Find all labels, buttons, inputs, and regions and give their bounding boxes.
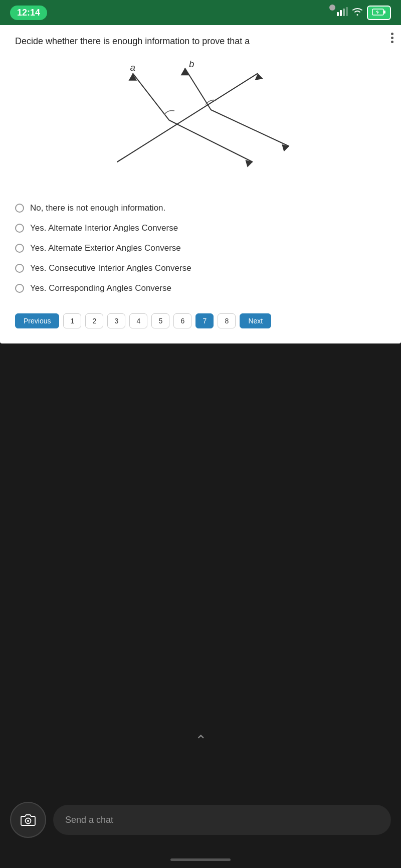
wifi-icon	[352, 8, 363, 18]
camera-button[interactable]	[10, 802, 46, 838]
bottom-bar: Send a chat	[0, 802, 401, 838]
page-btn-3[interactable]: 3	[107, 313, 125, 328]
chat-input[interactable]: Send a chat	[53, 805, 391, 835]
chat-placeholder: Send a chat	[65, 815, 113, 825]
svg-line-15	[211, 110, 289, 146]
option-4-text: Yes. Consecutive Interior Angles Convers…	[30, 263, 191, 273]
svg-rect-0	[337, 12, 339, 16]
svg-point-18	[27, 820, 29, 822]
option-3-text: Yes. Alternate Exterior Angles Converse	[30, 243, 181, 253]
option-5-text: Yes. Corresponding Angles Converse	[30, 283, 171, 293]
page-btn-1[interactable]: 1	[63, 313, 81, 328]
nav-bar: Previous 1 2 3 4 5 6 7 8 Next	[15, 308, 386, 333]
three-dot-menu[interactable]	[388, 30, 396, 46]
camera-icon	[20, 812, 36, 828]
label-b: b	[189, 59, 194, 69]
radio-4[interactable]	[15, 264, 24, 273]
option-1-text: No, there is not enough information.	[30, 203, 165, 213]
page-btn-5[interactable]: 5	[151, 313, 169, 328]
battery-icon	[367, 6, 391, 20]
question-text: Decide whether there is enough informati…	[15, 35, 386, 48]
page-btn-4[interactable]: 4	[129, 313, 147, 328]
chevron-up-icon[interactable]: ⌃	[195, 733, 207, 748]
option-2-text: Yes. Alternate Interior Angles Converse	[30, 223, 178, 233]
status-icons	[327, 6, 391, 20]
svg-line-13	[169, 120, 253, 162]
status-bar: 12:14	[0, 0, 401, 25]
label-a: a	[130, 62, 135, 73]
page-btn-8[interactable]: 8	[218, 313, 236, 328]
next-button[interactable]: Next	[240, 313, 271, 328]
svg-marker-8	[254, 73, 263, 80]
page-btn-7[interactable]: 7	[195, 313, 214, 328]
svg-rect-6	[383, 11, 385, 14]
menu-dot-2	[391, 37, 393, 39]
svg-line-11	[185, 68, 211, 110]
option-1[interactable]: No, there is not enough information.	[15, 198, 386, 218]
radio-3[interactable]	[15, 244, 24, 253]
status-time: 12:14	[10, 6, 47, 20]
diagram-container: a b	[15, 58, 386, 188]
svg-marker-12	[180, 68, 189, 76]
radio-1[interactable]	[15, 204, 24, 213]
svg-rect-1	[340, 10, 342, 16]
option-3[interactable]: Yes. Alternate Exterior Angles Converse	[15, 238, 386, 258]
svg-rect-2	[343, 9, 345, 16]
page-btn-2[interactable]: 2	[85, 313, 103, 328]
dark-background	[0, 343, 401, 765]
content-card: Decide whether there is enough informati…	[0, 25, 401, 343]
radio-5[interactable]	[15, 284, 24, 293]
svg-line-9	[133, 73, 169, 120]
page-btn-6[interactable]: 6	[173, 313, 191, 328]
chevron-up-container[interactable]: ⌃	[195, 734, 207, 748]
option-5[interactable]: Yes. Corresponding Angles Converse	[15, 278, 386, 298]
previous-button[interactable]: Previous	[15, 313, 59, 328]
menu-dot-1	[391, 33, 393, 35]
notification-dot	[329, 5, 335, 11]
option-2[interactable]: Yes. Alternate Interior Angles Converse	[15, 218, 386, 238]
svg-rect-3	[346, 7, 348, 16]
menu-dot-3	[391, 41, 393, 43]
svg-line-7	[117, 73, 258, 162]
radio-2[interactable]	[15, 224, 24, 233]
geometry-diagram: a b	[15, 58, 386, 188]
signal-icon	[337, 7, 348, 19]
home-indicator	[170, 858, 231, 861]
options-list: No, there is not enough information. Yes…	[15, 198, 386, 298]
option-4[interactable]: Yes. Consecutive Interior Angles Convers…	[15, 258, 386, 278]
